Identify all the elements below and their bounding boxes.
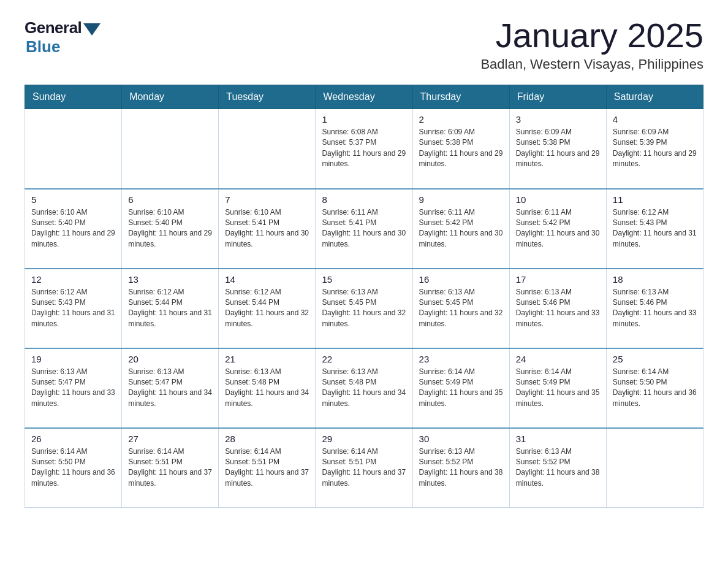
calendar-day-cell: 17Sunrise: 6:13 AM Sunset: 5:46 PM Dayli…	[509, 269, 606, 348]
month-title: January 2025	[480, 18, 703, 53]
calendar-day-cell: 7Sunrise: 6:10 AM Sunset: 5:41 PM Daylig…	[219, 189, 316, 269]
day-of-week-header: Sunday	[25, 85, 122, 109]
day-number: 18	[613, 274, 697, 285]
calendar-day-cell: 10Sunrise: 6:11 AM Sunset: 5:42 PM Dayli…	[509, 189, 606, 269]
day-number: 4	[613, 114, 697, 124]
day-info: Sunrise: 6:09 AM Sunset: 5:39 PM Dayligh…	[613, 127, 697, 170]
day-number: 8	[322, 194, 406, 205]
calendar-day-cell: 25Sunrise: 6:14 AM Sunset: 5:50 PM Dayli…	[606, 348, 703, 428]
calendar-header-row: SundayMondayTuesdayWednesdayThursdayFrid…	[25, 85, 703, 109]
calendar-day-cell: 21Sunrise: 6:13 AM Sunset: 5:48 PM Dayli…	[219, 348, 316, 428]
day-number: 13	[128, 274, 212, 285]
day-number: 21	[225, 354, 309, 364]
title-section: January 2025 Badlan, Western Visayas, Ph…	[480, 18, 703, 72]
calendar-day-cell: 4Sunrise: 6:09 AM Sunset: 5:39 PM Daylig…	[606, 109, 703, 189]
logo: General Blue	[25, 18, 100, 56]
calendar-day-cell: 30Sunrise: 6:13 AM Sunset: 5:52 PM Dayli…	[412, 428, 509, 508]
calendar-week-row: 1Sunrise: 6:08 AM Sunset: 5:37 PM Daylig…	[25, 109, 703, 189]
day-info: Sunrise: 6:10 AM Sunset: 5:40 PM Dayligh…	[31, 207, 115, 250]
calendar-day-cell: 24Sunrise: 6:14 AM Sunset: 5:49 PM Dayli…	[509, 348, 606, 428]
day-number: 11	[613, 194, 697, 205]
day-info: Sunrise: 6:11 AM Sunset: 5:42 PM Dayligh…	[419, 207, 503, 250]
calendar-day-cell: 5Sunrise: 6:10 AM Sunset: 5:40 PM Daylig…	[25, 189, 122, 269]
day-number: 31	[516, 434, 600, 444]
page-header: General Blue January 2025 Badlan, Wester…	[25, 18, 703, 72]
day-info: Sunrise: 6:14 AM Sunset: 5:50 PM Dayligh…	[31, 446, 115, 489]
calendar-day-cell	[25, 109, 122, 189]
day-number: 28	[225, 434, 309, 444]
day-number: 3	[516, 114, 600, 124]
day-of-week-header: Thursday	[412, 85, 509, 109]
day-of-week-header: Tuesday	[219, 85, 316, 109]
calendar-week-row: 5Sunrise: 6:10 AM Sunset: 5:40 PM Daylig…	[25, 189, 703, 269]
calendar-day-cell	[606, 428, 703, 508]
day-of-week-header: Monday	[122, 85, 219, 109]
day-info: Sunrise: 6:13 AM Sunset: 5:52 PM Dayligh…	[516, 446, 600, 489]
day-info: Sunrise: 6:13 AM Sunset: 5:46 PM Dayligh…	[613, 287, 697, 330]
day-info: Sunrise: 6:13 AM Sunset: 5:45 PM Dayligh…	[419, 287, 503, 330]
day-info: Sunrise: 6:14 AM Sunset: 5:49 PM Dayligh…	[516, 367, 600, 410]
location-text: Badlan, Western Visayas, Philippines	[480, 56, 703, 72]
day-of-week-header: Wednesday	[316, 85, 412, 109]
day-info: Sunrise: 6:12 AM Sunset: 5:43 PM Dayligh…	[31, 287, 115, 330]
day-number: 23	[419, 354, 503, 364]
calendar-day-cell: 22Sunrise: 6:13 AM Sunset: 5:48 PM Dayli…	[316, 348, 412, 428]
logo-general-text: General	[25, 18, 82, 37]
day-number: 10	[516, 194, 600, 205]
day-info: Sunrise: 6:13 AM Sunset: 5:47 PM Dayligh…	[31, 367, 115, 410]
day-number: 6	[128, 194, 212, 205]
calendar-day-cell: 26Sunrise: 6:14 AM Sunset: 5:50 PM Dayli…	[25, 428, 122, 508]
day-number: 14	[225, 274, 309, 285]
day-number: 19	[31, 354, 115, 364]
day-info: Sunrise: 6:14 AM Sunset: 5:51 PM Dayligh…	[128, 446, 212, 489]
day-number: 9	[419, 194, 503, 205]
calendar-table: SundayMondayTuesdayWednesdayThursdayFrid…	[25, 85, 703, 508]
calendar-day-cell: 20Sunrise: 6:13 AM Sunset: 5:47 PM Dayli…	[122, 348, 219, 428]
day-of-week-header: Friday	[509, 85, 606, 109]
day-number: 17	[516, 274, 600, 285]
day-info: Sunrise: 6:10 AM Sunset: 5:40 PM Dayligh…	[128, 207, 212, 250]
calendar-day-cell: 6Sunrise: 6:10 AM Sunset: 5:40 PM Daylig…	[122, 189, 219, 269]
day-info: Sunrise: 6:14 AM Sunset: 5:49 PM Dayligh…	[419, 367, 503, 410]
day-info: Sunrise: 6:11 AM Sunset: 5:41 PM Dayligh…	[322, 207, 406, 250]
day-info: Sunrise: 6:11 AM Sunset: 5:42 PM Dayligh…	[516, 207, 600, 250]
calendar-day-cell: 14Sunrise: 6:12 AM Sunset: 5:44 PM Dayli…	[219, 269, 316, 348]
calendar-day-cell: 12Sunrise: 6:12 AM Sunset: 5:43 PM Dayli…	[25, 269, 122, 348]
calendar-day-cell	[219, 109, 316, 189]
calendar-day-cell: 29Sunrise: 6:14 AM Sunset: 5:51 PM Dayli…	[316, 428, 412, 508]
day-of-week-header: Saturday	[606, 85, 703, 109]
day-info: Sunrise: 6:13 AM Sunset: 5:46 PM Dayligh…	[516, 287, 600, 330]
day-number: 30	[419, 434, 503, 444]
calendar-day-cell: 18Sunrise: 6:13 AM Sunset: 5:46 PM Dayli…	[606, 269, 703, 348]
day-info: Sunrise: 6:13 AM Sunset: 5:52 PM Dayligh…	[419, 446, 503, 489]
calendar-day-cell: 8Sunrise: 6:11 AM Sunset: 5:41 PM Daylig…	[316, 189, 412, 269]
day-info: Sunrise: 6:13 AM Sunset: 5:48 PM Dayligh…	[322, 367, 406, 410]
day-number: 12	[31, 274, 115, 285]
calendar-day-cell: 9Sunrise: 6:11 AM Sunset: 5:42 PM Daylig…	[412, 189, 509, 269]
calendar-day-cell: 1Sunrise: 6:08 AM Sunset: 5:37 PM Daylig…	[316, 109, 412, 189]
day-number: 26	[31, 434, 115, 444]
day-number: 27	[128, 434, 212, 444]
day-number: 15	[322, 274, 406, 285]
day-info: Sunrise: 6:14 AM Sunset: 5:51 PM Dayligh…	[225, 446, 309, 489]
day-number: 25	[613, 354, 697, 364]
logo-triangle-icon	[83, 23, 100, 36]
day-info: Sunrise: 6:14 AM Sunset: 5:51 PM Dayligh…	[322, 446, 406, 489]
day-info: Sunrise: 6:10 AM Sunset: 5:41 PM Dayligh…	[225, 207, 309, 250]
calendar-day-cell: 15Sunrise: 6:13 AM Sunset: 5:45 PM Dayli…	[316, 269, 412, 348]
day-info: Sunrise: 6:12 AM Sunset: 5:44 PM Dayligh…	[128, 287, 212, 330]
calendar-day-cell: 2Sunrise: 6:09 AM Sunset: 5:38 PM Daylig…	[412, 109, 509, 189]
day-number: 5	[31, 194, 115, 205]
calendar-week-row: 26Sunrise: 6:14 AM Sunset: 5:50 PM Dayli…	[25, 428, 703, 508]
day-info: Sunrise: 6:08 AM Sunset: 5:37 PM Dayligh…	[322, 127, 406, 170]
day-number: 1	[322, 114, 406, 124]
calendar-day-cell: 13Sunrise: 6:12 AM Sunset: 5:44 PM Dayli…	[122, 269, 219, 348]
calendar-day-cell: 19Sunrise: 6:13 AM Sunset: 5:47 PM Dayli…	[25, 348, 122, 428]
day-number: 29	[322, 434, 406, 444]
day-info: Sunrise: 6:13 AM Sunset: 5:48 PM Dayligh…	[225, 367, 309, 410]
day-info: Sunrise: 6:14 AM Sunset: 5:50 PM Dayligh…	[613, 367, 697, 410]
day-number: 2	[419, 114, 503, 124]
day-number: 16	[419, 274, 503, 285]
day-info: Sunrise: 6:09 AM Sunset: 5:38 PM Dayligh…	[419, 127, 503, 170]
calendar-day-cell: 3Sunrise: 6:09 AM Sunset: 5:38 PM Daylig…	[509, 109, 606, 189]
